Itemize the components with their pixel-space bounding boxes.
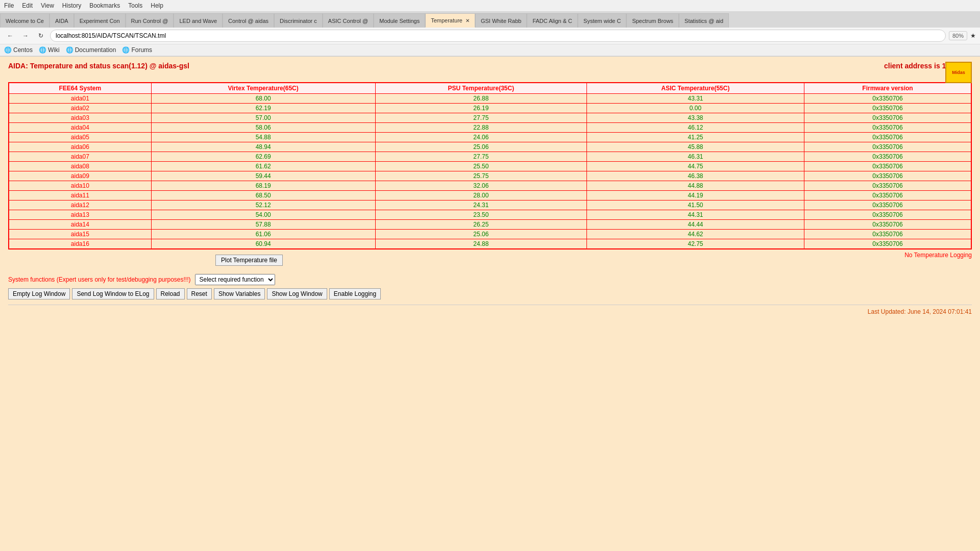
bookmark-icon[interactable]: ★ xyxy=(970,32,976,39)
cell-psu: 27.75 xyxy=(375,113,586,123)
table-row: aida11 68.50 28.00 44.19 0x3350706 xyxy=(9,191,971,201)
bookmark-documentation[interactable]: 🌐 Documentation xyxy=(66,46,116,54)
tab-module[interactable]: Module Settings xyxy=(374,13,425,28)
tab-runcontrol[interactable]: Run Control @ xyxy=(126,13,174,28)
page-content: AIDA: Temperature and status scan(1.12) … xyxy=(0,57,980,516)
tab-gsi[interactable]: GSI White Rabb xyxy=(475,13,527,28)
last-updated: Last Updated: June 14, 2024 07:01:41 xyxy=(8,305,972,315)
cell-virtex: 61.62 xyxy=(151,162,375,171)
cell-firmware: 0x3350706 xyxy=(804,230,971,239)
cell-asic: 45.88 xyxy=(587,142,804,152)
url-input[interactable] xyxy=(50,30,946,42)
cell-name: aida13 xyxy=(9,210,151,220)
cell-name: aida01 xyxy=(9,94,151,104)
table-row: aida02 62.19 26.19 0.00 0x3350706 xyxy=(9,104,971,113)
cell-virtex: 54.00 xyxy=(151,210,375,220)
cell-name: aida05 xyxy=(9,133,151,142)
cell-asic: 43.38 xyxy=(587,113,804,123)
cell-name: aida07 xyxy=(9,152,151,162)
show-log-button[interactable]: Show Log Window xyxy=(267,288,327,299)
cell-psu: 25.06 xyxy=(375,230,586,239)
menu-history[interactable]: History xyxy=(62,2,81,9)
cell-virtex: 68.00 xyxy=(151,94,375,104)
function-select[interactable]: Select required function xyxy=(195,274,275,285)
sys-functions-label: System functions (Expert users only for … xyxy=(8,276,191,283)
forward-button[interactable]: → xyxy=(19,30,32,42)
tab-control[interactable]: Control @ aidas xyxy=(223,13,274,28)
cell-asic: 0.00 xyxy=(587,104,804,113)
cell-asic: 42.75 xyxy=(587,239,804,249)
cell-firmware: 0x3350706 xyxy=(804,220,971,230)
cell-psu: 25.50 xyxy=(375,162,586,171)
show-variables-button[interactable]: Show Variables xyxy=(214,288,265,299)
cell-firmware: 0x3350706 xyxy=(804,142,971,152)
tab-welcome[interactable]: Welcome to Ce xyxy=(0,13,50,28)
cell-asic: 41.25 xyxy=(587,133,804,142)
tab-discriminator[interactable]: Discriminator c xyxy=(274,13,323,28)
cell-name: aida16 xyxy=(9,239,151,249)
tab-asic[interactable]: ASIC Control @ xyxy=(323,13,374,28)
cell-asic: 43.31 xyxy=(587,94,804,104)
cell-psu: 26.88 xyxy=(375,94,586,104)
cell-psu: 23.50 xyxy=(375,210,586,220)
tab-aida[interactable]: AIDA xyxy=(50,13,74,28)
table-row: aida03 57.00 27.75 43.38 0x3350706 xyxy=(9,113,971,123)
cell-name: aida11 xyxy=(9,191,151,201)
cell-name: aida09 xyxy=(9,171,151,181)
send-log-button[interactable]: Send Log Window to ELog xyxy=(72,288,154,299)
zoom-level: 80% xyxy=(949,31,967,40)
cell-asic: 46.31 xyxy=(587,152,804,162)
cell-psu: 28.00 xyxy=(375,191,586,201)
col-header-psu: PSU Temperature(35C) xyxy=(375,83,586,94)
cell-virtex: 57.00 xyxy=(151,113,375,123)
cell-virtex: 54.88 xyxy=(151,133,375,142)
tab-experiment[interactable]: Experiment Con xyxy=(74,13,126,28)
cell-name: aida14 xyxy=(9,220,151,230)
tab-spectrum[interactable]: Spectrum Brows xyxy=(626,13,679,28)
cell-firmware: 0x3350706 xyxy=(804,191,971,201)
bookmarks-bar: 🌐 Centos 🌐 Wiki 🌐 Documentation 🌐 Forums xyxy=(0,44,980,56)
menu-file[interactable]: File xyxy=(4,2,14,9)
tab-fadc[interactable]: FADC Align & C xyxy=(527,13,578,28)
table-row: aida15 61.06 25.06 44.62 0x3350706 xyxy=(9,230,971,239)
table-row: aida07 62.69 27.75 46.31 0x3350706 xyxy=(9,152,971,162)
cell-firmware: 0x3350706 xyxy=(804,152,971,162)
enable-logging-button[interactable]: Enable Logging xyxy=(329,288,381,299)
reload-button[interactable]: ↻ xyxy=(35,30,47,42)
cell-firmware: 0x3350706 xyxy=(804,123,971,133)
empty-log-button[interactable]: Empty Log Window xyxy=(8,288,70,299)
plot-temperature-button[interactable]: Plot Temperature file xyxy=(215,255,283,266)
menu-edit[interactable]: Edit xyxy=(22,2,33,9)
cell-name: aida04 xyxy=(9,123,151,133)
cell-name: aida02 xyxy=(9,104,151,113)
cell-virtex: 62.19 xyxy=(151,104,375,113)
tab-temperature[interactable]: Temperature ✕ xyxy=(425,13,475,28)
tab-statistics[interactable]: Statistics @ aid xyxy=(679,13,729,28)
cell-name: aida12 xyxy=(9,201,151,210)
bookmark-centos[interactable]: 🌐 Centos xyxy=(4,46,33,54)
menu-bar: File Edit View History Bookmarks Tools H… xyxy=(0,0,980,11)
no-logging-status: No Temperature Logging xyxy=(490,252,972,259)
cell-virtex: 68.19 xyxy=(151,181,375,191)
action-buttons-row: Empty Log Window Send Log Window to ELog… xyxy=(8,288,972,299)
cell-psu: 24.06 xyxy=(375,133,586,142)
table-row: aida13 54.00 23.50 44.31 0x3350706 xyxy=(9,210,971,220)
menu-bookmarks[interactable]: Bookmarks xyxy=(89,2,120,9)
reload-button[interactable]: Reload xyxy=(156,288,185,299)
cell-asic: 44.88 xyxy=(587,181,804,191)
col-header-asic: ASIC Temperature(55C) xyxy=(587,83,804,94)
reset-button[interactable]: Reset xyxy=(187,288,212,299)
cell-firmware: 0x3350706 xyxy=(804,210,971,220)
back-button[interactable]: ← xyxy=(4,30,16,42)
menu-view[interactable]: View xyxy=(41,2,54,9)
menu-help[interactable]: Help xyxy=(151,2,163,9)
cell-psu: 22.88 xyxy=(375,123,586,133)
menu-tools[interactable]: Tools xyxy=(128,2,142,9)
bookmark-forums[interactable]: 🌐 Forums xyxy=(122,46,152,54)
cell-asic: 41.50 xyxy=(587,201,804,210)
bookmark-wiki[interactable]: 🌐 Wiki xyxy=(39,46,60,54)
table-row: aida01 68.00 26.88 43.31 0x3350706 xyxy=(9,94,971,104)
tab-led[interactable]: LED and Wave xyxy=(174,13,223,28)
tab-syswide[interactable]: System wide C xyxy=(578,13,626,28)
cell-asic: 46.12 xyxy=(587,123,804,133)
